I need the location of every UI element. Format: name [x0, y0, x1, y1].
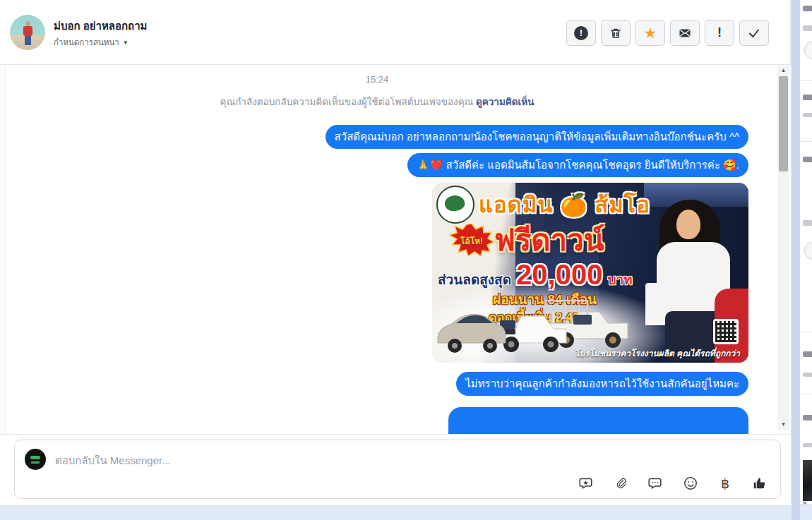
star-icon: ★	[644, 25, 657, 40]
scrollbar-thumb[interactable]	[779, 76, 788, 171]
message-bubble[interactable]: 🙏❤️ สวัสดีค่ะ แอดมินส้มโอจากโชคคุณโชคอุด…	[407, 153, 748, 177]
conversation-toolbar: ! ★ !	[566, 20, 769, 46]
ad-burst-badge: โอ้โห!	[449, 224, 494, 256]
saved-replies-button[interactable]	[579, 476, 595, 491]
dealer-logo	[436, 186, 474, 224]
hatchback-silver	[438, 314, 506, 353]
report-button[interactable]: !	[566, 20, 596, 46]
thumbs-up-icon	[752, 475, 768, 492]
message-bubble-partial[interactable]	[448, 407, 748, 434]
conversation-panel: ม่บอก อย่าหลอกถาม กำหนดการสนทนา ▼ ! ★	[0, 0, 791, 505]
attach-file-button[interactable]	[614, 476, 629, 491]
composer-actions: ฿	[579, 476, 768, 491]
conversation-header: ม่บอก อย่าหลอกถาม กำหนดการสนทนา ▼ ! ★	[0, 0, 790, 65]
ad-headline: ฟรีดาวน์	[494, 217, 604, 263]
message-bubble[interactable]: สวัสดีคุณม่บอก อย่าหลอกถาม!น้องโชคขออนุญ…	[326, 125, 748, 149]
view-comment-link[interactable]: ดูความคิดเห็น	[476, 97, 534, 107]
reply-input[interactable]: ตอบกลับใน Messenger...	[55, 452, 171, 469]
message-thread: 15:24 คุณกำลังตอบกลับความคิดเห็นของผู้ใช…	[0, 66, 791, 434]
cars-illustration	[432, 279, 644, 357]
user-name: ม่บอก อย่าหลอกถาม	[54, 18, 147, 35]
payment-button[interactable]: ฿	[717, 476, 733, 491]
message-template-button[interactable]	[648, 476, 664, 491]
check-icon	[747, 26, 761, 40]
trash-icon	[609, 26, 623, 40]
system-message: คุณกำลังตอบกลับความคิดเห็นของผู้ใช้ต่อโพ…	[6, 94, 748, 108]
star-button[interactable]: ★	[635, 20, 665, 46]
conversation-schedule-dropdown[interactable]: กำหนดการสนทนา ▼	[54, 36, 129, 49]
envelope-icon	[678, 26, 692, 40]
smiley-icon	[683, 476, 698, 491]
reply-box[interactable]: ตอบกลับใน Messenger...	[14, 440, 781, 499]
paperclip-icon	[614, 476, 629, 491]
panel-gap	[792, 0, 800, 520]
avatar-figure	[25, 21, 30, 26]
like-button[interactable]	[752, 476, 768, 491]
sidebar-button-fragment[interactable]	[804, 241, 812, 260]
image-attachment-car-promo[interactable]: แอดมิน 🍊 ส้มโอ โอ้โห! ฟรีดาวน์ ส่วนลดสูง…	[432, 183, 748, 363]
collapse-arrow-icon[interactable]: ◄	[801, 500, 807, 505]
composer-section: ตอบกลับใน Messenger...	[0, 434, 791, 505]
exclamation-icon: !	[717, 25, 722, 40]
mark-important-button[interactable]: !	[705, 20, 734, 46]
thread-left-edge	[0, 66, 6, 434]
report-icon: !	[574, 26, 588, 40]
sidebar-image-thumbnail[interactable]	[803, 460, 812, 501]
details-sidebar-clipped: ◄	[800, 0, 812, 505]
ad-footer-caption: โปรโมชั่นราคาโรงงานผลิต คุณได้รถที่ถูกกว…	[575, 346, 740, 360]
scroll-up-arrow[interactable]: ▲	[777, 66, 789, 75]
qr-code	[713, 319, 739, 344]
message-bubble[interactable]: ไม่ทราบว่าคุณลูกค้ากำลังมองหารถไว้ใช้งาน…	[456, 372, 748, 396]
scroll-down-arrow[interactable]: ▼	[777, 420, 789, 430]
emoji-button[interactable]	[683, 476, 698, 491]
sidebar-button-fragment[interactable]	[804, 41, 812, 59]
user-avatar[interactable]	[10, 15, 45, 50]
bubble-dots-icon	[648, 476, 664, 491]
delete-button[interactable]	[601, 20, 631, 46]
mark-unread-button[interactable]	[670, 20, 700, 46]
baht-icon: ฿	[721, 476, 729, 492]
mark-done-button[interactable]	[739, 20, 769, 46]
bubble-star-icon	[579, 476, 595, 491]
timestamp: 15:24	[6, 74, 748, 85]
thread-scrollbar[interactable]: ▲ ▼	[777, 66, 789, 430]
conversation-schedule-label: กำหนดการสนทนา	[54, 36, 119, 49]
message-scroll-region[interactable]: 15:24 คุณกำลังตอบกลับความคิดเห็นของผู้ใช…	[6, 66, 777, 434]
chevron-down-icon: ▼	[123, 40, 129, 46]
page-avatar	[25, 449, 46, 470]
